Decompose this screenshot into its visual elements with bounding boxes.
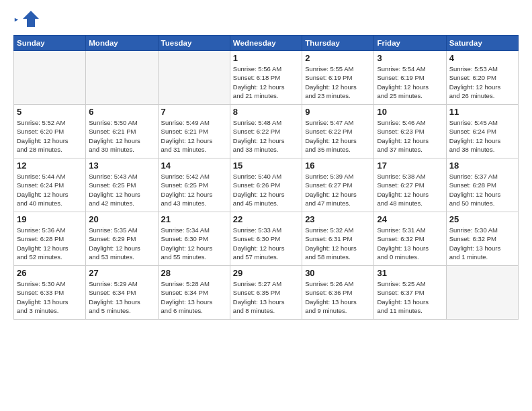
day-number: 27	[89, 268, 154, 278]
day-number: 14	[161, 161, 227, 171]
calendar-cell: 22Sunrise: 5:33 AM Sunset: 6:30 PM Dayli…	[230, 212, 302, 266]
day-info: Sunrise: 5:46 AM Sunset: 6:23 PM Dayligh…	[377, 118, 443, 154]
weekday-header-monday: Monday	[86, 36, 158, 51]
calendar-cell: 8Sunrise: 5:48 AM Sunset: 6:22 PM Daylig…	[230, 105, 302, 158]
day-info: Sunrise: 5:50 AM Sunset: 6:21 PM Dayligh…	[89, 118, 154, 154]
weekday-header-wednesday: Wednesday	[230, 36, 302, 51]
day-info: Sunrise: 5:39 AM Sunset: 6:27 PM Dayligh…	[305, 172, 371, 208]
day-number: 23	[305, 214, 371, 224]
calendar-cell: 28Sunrise: 5:28 AM Sunset: 6:34 PM Dayli…	[158, 266, 230, 320]
day-number: 24	[377, 214, 443, 224]
calendar-cell: 23Sunrise: 5:32 AM Sunset: 6:31 PM Dayli…	[302, 212, 374, 266]
calendar-cell: 12Sunrise: 5:44 AM Sunset: 6:24 PM Dayli…	[14, 158, 86, 212]
logo-icon	[21, 9, 40, 28]
day-info: Sunrise: 5:35 AM Sunset: 6:29 PM Dayligh…	[89, 226, 154, 261]
weekday-header-thursday: Thursday	[302, 36, 374, 51]
day-info: Sunrise: 5:26 AM Sunset: 6:36 PM Dayligh…	[305, 279, 371, 315]
svg-marker-0	[23, 11, 39, 27]
calendar-cell: 5Sunrise: 5:52 AM Sunset: 6:20 PM Daylig…	[14, 105, 86, 158]
calendar-cell: 3Sunrise: 5:54 AM Sunset: 6:19 PM Daylig…	[374, 51, 446, 105]
day-info: Sunrise: 5:34 AM Sunset: 6:30 PM Dayligh…	[161, 226, 227, 261]
day-info: Sunrise: 5:48 AM Sunset: 6:22 PM Dayligh…	[233, 118, 299, 154]
logo-tagline: ►	[13, 16, 20, 23]
day-number: 31	[377, 268, 443, 278]
calendar-cell: 2Sunrise: 5:55 AM Sunset: 6:19 PM Daylig…	[302, 51, 374, 105]
day-number: 6	[89, 107, 154, 117]
day-info: Sunrise: 5:42 AM Sunset: 6:25 PM Dayligh…	[161, 172, 227, 208]
calendar-cell	[86, 51, 158, 105]
day-info: Sunrise: 5:30 AM Sunset: 6:33 PM Dayligh…	[17, 279, 83, 315]
day-info: Sunrise: 5:25 AM Sunset: 6:37 PM Dayligh…	[377, 279, 443, 315]
calendar-cell	[14, 51, 86, 105]
day-number: 10	[377, 107, 443, 117]
day-info: Sunrise: 5:52 AM Sunset: 6:20 PM Dayligh…	[17, 118, 83, 154]
calendar-cell: 14Sunrise: 5:42 AM Sunset: 6:25 PM Dayli…	[158, 158, 230, 212]
calendar-cell: 9Sunrise: 5:47 AM Sunset: 6:22 PM Daylig…	[302, 105, 374, 158]
day-info: Sunrise: 5:32 AM Sunset: 6:31 PM Dayligh…	[305, 226, 371, 261]
day-info: Sunrise: 5:31 AM Sunset: 6:32 PM Dayligh…	[377, 226, 443, 261]
day-info: Sunrise: 5:47 AM Sunset: 6:22 PM Dayligh…	[305, 118, 371, 154]
calendar-cell: 10Sunrise: 5:46 AM Sunset: 6:23 PM Dayli…	[374, 105, 446, 158]
week-row-2: 12Sunrise: 5:44 AM Sunset: 6:24 PM Dayli…	[14, 158, 519, 212]
day-number: 30	[305, 268, 371, 278]
day-info: Sunrise: 5:55 AM Sunset: 6:19 PM Dayligh…	[305, 64, 371, 100]
header: ►	[13, 12, 519, 28]
calendar-cell: 13Sunrise: 5:43 AM Sunset: 6:25 PM Dayli…	[86, 158, 158, 212]
calendar-cell: 19Sunrise: 5:36 AM Sunset: 6:28 PM Dayli…	[14, 212, 86, 266]
day-info: Sunrise: 5:49 AM Sunset: 6:21 PM Dayligh…	[161, 118, 227, 154]
day-info: Sunrise: 5:36 AM Sunset: 6:28 PM Dayligh…	[17, 226, 83, 261]
week-row-4: 26Sunrise: 5:30 AM Sunset: 6:33 PM Dayli…	[14, 266, 519, 320]
day-info: Sunrise: 5:43 AM Sunset: 6:25 PM Dayligh…	[89, 172, 154, 208]
day-info: Sunrise: 5:54 AM Sunset: 6:19 PM Dayligh…	[377, 64, 443, 100]
day-number: 4	[449, 53, 515, 63]
day-number: 8	[233, 107, 299, 117]
calendar-cell: 17Sunrise: 5:38 AM Sunset: 6:27 PM Dayli…	[374, 158, 446, 212]
day-number: 29	[233, 268, 299, 278]
page: ► SundayMondayTuesdayWednesdayThursdayFr…	[0, 0, 532, 411]
calendar-cell: 25Sunrise: 5:30 AM Sunset: 6:32 PM Dayli…	[446, 212, 518, 266]
day-number: 17	[377, 161, 443, 171]
day-number: 21	[161, 214, 227, 224]
day-number: 28	[161, 268, 227, 278]
weekday-header-sunday: Sunday	[14, 36, 86, 51]
day-number: 15	[233, 161, 299, 171]
day-number: 19	[17, 214, 83, 224]
day-number: 9	[305, 107, 371, 117]
day-info: Sunrise: 5:33 AM Sunset: 6:30 PM Dayligh…	[233, 226, 299, 261]
weekday-header-tuesday: Tuesday	[158, 36, 230, 51]
calendar-cell: 4Sunrise: 5:53 AM Sunset: 6:20 PM Daylig…	[446, 51, 518, 105]
day-info: Sunrise: 5:38 AM Sunset: 6:27 PM Dayligh…	[377, 172, 443, 208]
calendar-cell	[158, 51, 230, 105]
day-number: 18	[449, 161, 515, 171]
day-info: Sunrise: 5:40 AM Sunset: 6:26 PM Dayligh…	[233, 172, 299, 208]
day-number: 22	[233, 214, 299, 224]
week-row-0: 1Sunrise: 5:56 AM Sunset: 6:18 PM Daylig…	[14, 51, 519, 105]
day-info: Sunrise: 5:56 AM Sunset: 6:18 PM Dayligh…	[233, 64, 299, 100]
weekday-header-saturday: Saturday	[446, 36, 518, 51]
calendar-cell: 18Sunrise: 5:37 AM Sunset: 6:28 PM Dayli…	[446, 158, 518, 212]
weekday-header-row: SundayMondayTuesdayWednesdayThursdayFrid…	[14, 36, 519, 51]
day-info: Sunrise: 5:44 AM Sunset: 6:24 PM Dayligh…	[17, 172, 83, 208]
calendar-cell: 15Sunrise: 5:40 AM Sunset: 6:26 PM Dayli…	[230, 158, 302, 212]
day-info: Sunrise: 5:30 AM Sunset: 6:32 PM Dayligh…	[449, 226, 515, 261]
day-number: 1	[233, 53, 299, 63]
day-number: 3	[377, 53, 443, 63]
day-number: 26	[17, 268, 83, 278]
weekday-header-friday: Friday	[374, 36, 446, 51]
calendar-cell: 11Sunrise: 5:45 AM Sunset: 6:24 PM Dayli…	[446, 105, 518, 158]
week-row-3: 19Sunrise: 5:36 AM Sunset: 6:28 PM Dayli…	[14, 212, 519, 266]
day-number: 2	[305, 53, 371, 63]
calendar: SundayMondayTuesdayWednesdayThursdayFrid…	[13, 35, 519, 320]
day-info: Sunrise: 5:53 AM Sunset: 6:20 PM Dayligh…	[449, 64, 515, 100]
day-info: Sunrise: 5:29 AM Sunset: 6:34 PM Dayligh…	[89, 279, 154, 315]
calendar-cell: 21Sunrise: 5:34 AM Sunset: 6:30 PM Dayli…	[158, 212, 230, 266]
day-number: 12	[17, 161, 83, 171]
week-row-1: 5Sunrise: 5:52 AM Sunset: 6:20 PM Daylig…	[14, 105, 519, 158]
day-number: 7	[161, 107, 227, 117]
logo: ►	[13, 12, 40, 28]
calendar-cell	[446, 266, 518, 320]
calendar-cell: 20Sunrise: 5:35 AM Sunset: 6:29 PM Dayli…	[86, 212, 158, 266]
day-number: 13	[89, 161, 154, 171]
day-info: Sunrise: 5:37 AM Sunset: 6:28 PM Dayligh…	[449, 172, 515, 208]
day-number: 25	[449, 214, 515, 224]
